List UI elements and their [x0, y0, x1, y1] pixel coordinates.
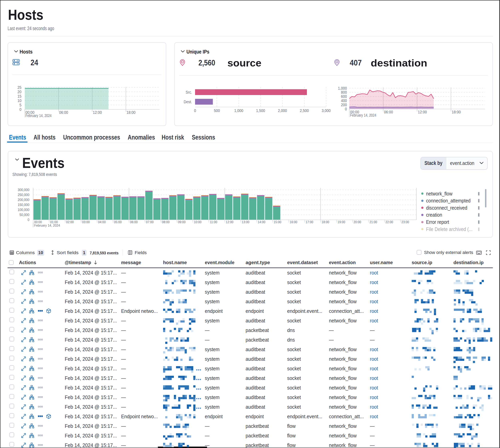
svg-text:Dest.: Dest.	[184, 100, 192, 104]
svg-text:2,500: 2,500	[300, 108, 309, 113]
svg-text:10:00: 10:00	[194, 220, 201, 224]
svg-text:13:00: 13:00	[242, 220, 249, 224]
svg-text:08:00: 08:00	[162, 220, 170, 224]
svg-text:11:00: 11:00	[210, 220, 217, 224]
svg-text:400: 400	[341, 98, 347, 103]
svg-text:100,000: 100,000	[17, 208, 29, 212]
svg-text:600: 600	[341, 94, 347, 99]
svg-text:0: 0	[19, 107, 21, 112]
svg-text:500: 500	[214, 108, 220, 113]
svg-text:12:00: 12:00	[226, 220, 233, 224]
svg-text:February 14, 2024: February 14, 2024	[25, 113, 52, 118]
svg-text:15: 15	[17, 94, 21, 98]
svg-text:18:00: 18:00	[126, 110, 136, 115]
svg-text:19:00: 19:00	[338, 220, 345, 224]
svg-text:07:00: 07:00	[146, 220, 154, 224]
svg-text:5: 5	[19, 103, 21, 107]
svg-text:Src.: Src.	[186, 90, 192, 95]
svg-text:12:00: 12:00	[93, 110, 102, 115]
svg-text:2,000: 2,000	[278, 108, 287, 113]
svg-text:06:00: 06:00	[59, 110, 68, 115]
svg-text:25: 25	[17, 85, 21, 90]
svg-text:200: 200	[341, 103, 347, 107]
svg-text:150,000: 150,000	[17, 203, 29, 207]
svg-text:February 14, 2024: February 14, 2024	[34, 224, 60, 227]
svg-text:18:00: 18:00	[322, 220, 329, 224]
svg-text:12:00: 12:00	[418, 110, 427, 114]
svg-text:0: 0	[345, 107, 347, 111]
svg-text:09:00: 09:00	[178, 220, 186, 224]
svg-text:06:00: 06:00	[130, 220, 138, 224]
svg-text:1,000: 1,000	[338, 86, 347, 90]
svg-text:800: 800	[341, 90, 347, 95]
svg-text:16:00: 16:00	[290, 220, 297, 224]
svg-text:0: 0	[194, 108, 196, 113]
svg-text:200,000: 200,000	[17, 198, 29, 202]
svg-text:15:00: 15:00	[274, 220, 281, 224]
svg-text:03:00: 03:00	[82, 220, 90, 224]
svg-text:21:00: 21:00	[369, 220, 377, 224]
svg-text:05:00: 05:00	[114, 220, 122, 224]
svg-text:14:00: 14:00	[258, 220, 265, 224]
svg-text:50,000: 50,000	[19, 213, 29, 217]
svg-text:02:00: 02:00	[66, 220, 74, 224]
svg-text:10: 10	[17, 98, 21, 103]
svg-text:250,000: 250,000	[17, 193, 29, 197]
svg-text:1,000: 1,000	[234, 108, 243, 113]
svg-text:18:00: 18:00	[452, 110, 461, 114]
svg-text:06:00: 06:00	[384, 110, 393, 114]
svg-text:22:00: 22:00	[385, 220, 393, 224]
svg-text:February 14, 2024: February 14, 2024	[350, 113, 376, 117]
svg-text:17:00: 17:00	[306, 220, 313, 224]
svg-text:1,500: 1,500	[256, 108, 265, 113]
svg-text:23:00: 23:00	[401, 220, 409, 224]
svg-text:04:00: 04:00	[98, 220, 106, 224]
svg-text:0: 0	[28, 218, 29, 222]
svg-text:3,000: 3,000	[322, 108, 330, 113]
svg-text:300,000: 300,000	[17, 188, 29, 192]
svg-text:20:00: 20:00	[354, 220, 361, 224]
svg-text:20: 20	[17, 90, 21, 94]
